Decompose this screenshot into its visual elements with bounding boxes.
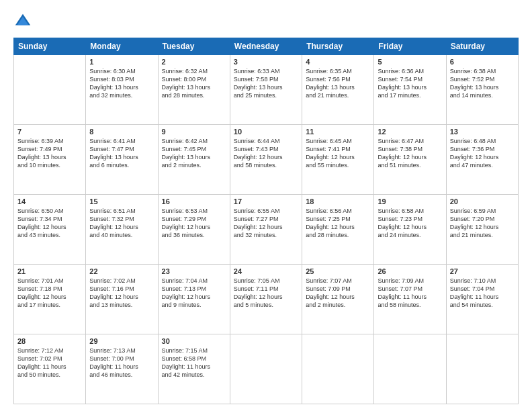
day-number: 21 [17, 267, 82, 275]
day-number: 18 [306, 197, 370, 205]
day-number: 14 [17, 197, 82, 205]
cell-info: Sunrise: 6:36 AM Sunset: 7:54 PM Dayligh… [378, 67, 442, 100]
cell-info: Sunrise: 7:02 AM Sunset: 7:16 PM Dayligh… [89, 277, 154, 310]
calendar-cell: 4Sunrise: 6:35 AM Sunset: 7:56 PM Daylig… [302, 55, 374, 125]
column-header-monday: Monday [86, 38, 158, 55]
cell-info: Sunrise: 6:58 AM Sunset: 7:23 PM Dayligh… [378, 207, 442, 240]
calendar-cell: 18Sunrise: 6:56 AM Sunset: 7:25 PM Dayli… [302, 195, 374, 265]
calendar-week-1: 1Sunrise: 6:30 AM Sunset: 8:03 PM Daylig… [14, 55, 519, 125]
cell-info: Sunrise: 6:59 AM Sunset: 7:20 PM Dayligh… [450, 207, 515, 240]
calendar-cell: 8Sunrise: 6:41 AM Sunset: 7:47 PM Daylig… [86, 125, 158, 195]
day-number: 17 [234, 197, 298, 205]
calendar-cell: 22Sunrise: 7:02 AM Sunset: 7:16 PM Dayli… [86, 265, 158, 334]
calendar-cell [374, 334, 446, 404]
calendar-header-row: SundayMondayTuesdayWednesdayThursdayFrid… [14, 38, 519, 55]
calendar-cell: 21Sunrise: 7:01 AM Sunset: 7:18 PM Dayli… [14, 265, 86, 334]
day-number: 5 [378, 58, 442, 66]
calendar-cell: 23Sunrise: 7:04 AM Sunset: 7:13 PM Dayli… [158, 265, 230, 334]
calendar-cell: 25Sunrise: 7:07 AM Sunset: 7:09 PM Dayli… [302, 265, 374, 334]
cell-info: Sunrise: 6:38 AM Sunset: 7:52 PM Dayligh… [450, 67, 515, 100]
cell-info: Sunrise: 7:13 AM Sunset: 7:00 PM Dayligh… [89, 347, 154, 379]
cell-info: Sunrise: 6:42 AM Sunset: 7:45 PM Dayligh… [162, 137, 226, 170]
column-header-friday: Friday [374, 38, 446, 55]
cell-info: Sunrise: 6:30 AM Sunset: 8:03 PM Dayligh… [89, 67, 154, 100]
logo-icon [13, 12, 32, 31]
day-number: 10 [234, 128, 298, 136]
calendar-cell: 26Sunrise: 7:09 AM Sunset: 7:07 PM Dayli… [374, 265, 446, 334]
calendar-week-5: 28Sunrise: 7:12 AM Sunset: 7:02 PM Dayli… [14, 334, 519, 404]
cell-info: Sunrise: 6:44 AM Sunset: 7:43 PM Dayligh… [234, 137, 298, 170]
calendar-cell: 10Sunrise: 6:44 AM Sunset: 7:43 PM Dayli… [230, 125, 302, 195]
cell-info: Sunrise: 6:56 AM Sunset: 7:25 PM Dayligh… [306, 207, 370, 240]
calendar-table: SundayMondayTuesdayWednesdayThursdayFrid… [13, 38, 519, 404]
calendar-cell: 19Sunrise: 6:58 AM Sunset: 7:23 PM Dayli… [374, 195, 446, 265]
calendar-cell: 20Sunrise: 6:59 AM Sunset: 7:20 PM Dayli… [446, 195, 518, 265]
day-number: 1 [89, 58, 154, 66]
calendar-cell: 15Sunrise: 6:51 AM Sunset: 7:32 PM Dayli… [86, 195, 158, 265]
cell-info: Sunrise: 7:05 AM Sunset: 7:11 PM Dayligh… [234, 277, 298, 310]
day-number: 19 [378, 197, 442, 205]
day-number: 20 [450, 197, 515, 205]
calendar-cell: 17Sunrise: 6:55 AM Sunset: 7:27 PM Dayli… [230, 195, 302, 265]
calendar-cell [14, 55, 86, 125]
calendar-cell: 7Sunrise: 6:39 AM Sunset: 7:49 PM Daylig… [14, 125, 86, 195]
cell-info: Sunrise: 6:32 AM Sunset: 8:00 PM Dayligh… [162, 67, 226, 100]
calendar-cell: 14Sunrise: 6:50 AM Sunset: 7:34 PM Dayli… [14, 195, 86, 265]
day-number: 12 [378, 128, 442, 136]
cell-info: Sunrise: 7:01 AM Sunset: 7:18 PM Dayligh… [17, 277, 82, 310]
cell-info: Sunrise: 6:50 AM Sunset: 7:34 PM Dayligh… [17, 207, 82, 240]
column-header-saturday: Saturday [446, 38, 518, 55]
calendar-cell: 16Sunrise: 6:53 AM Sunset: 7:29 PM Dayli… [158, 195, 230, 265]
cell-info: Sunrise: 6:48 AM Sunset: 7:36 PM Dayligh… [450, 137, 515, 170]
header [13, 12, 519, 31]
calendar-cell: 2Sunrise: 6:32 AM Sunset: 8:00 PM Daylig… [158, 55, 230, 125]
day-number: 22 [89, 267, 154, 275]
cell-info: Sunrise: 7:10 AM Sunset: 7:04 PM Dayligh… [450, 277, 515, 310]
day-number: 30 [162, 337, 226, 345]
calendar-cell: 3Sunrise: 6:33 AM Sunset: 7:58 PM Daylig… [230, 55, 302, 125]
calendar-cell [302, 334, 374, 404]
day-number: 8 [89, 128, 154, 136]
cell-info: Sunrise: 6:47 AM Sunset: 7:38 PM Dayligh… [378, 137, 442, 170]
day-number: 3 [234, 58, 298, 66]
cell-info: Sunrise: 7:04 AM Sunset: 7:13 PM Dayligh… [162, 277, 226, 310]
cell-info: Sunrise: 6:53 AM Sunset: 7:29 PM Dayligh… [162, 207, 226, 240]
cell-info: Sunrise: 6:39 AM Sunset: 7:49 PM Dayligh… [17, 137, 82, 170]
day-number: 4 [306, 58, 370, 66]
calendar-cell: 13Sunrise: 6:48 AM Sunset: 7:36 PM Dayli… [446, 125, 518, 195]
calendar-week-2: 7Sunrise: 6:39 AM Sunset: 7:49 PM Daylig… [14, 125, 519, 195]
calendar-cell: 24Sunrise: 7:05 AM Sunset: 7:11 PM Dayli… [230, 265, 302, 334]
day-number: 6 [450, 58, 515, 66]
cell-info: Sunrise: 6:51 AM Sunset: 7:32 PM Dayligh… [89, 207, 154, 240]
day-number: 7 [17, 128, 82, 136]
day-number: 11 [306, 128, 370, 136]
cell-info: Sunrise: 7:09 AM Sunset: 7:07 PM Dayligh… [378, 277, 442, 310]
day-number: 26 [378, 267, 442, 275]
day-number: 25 [306, 267, 370, 275]
calendar-cell: 30Sunrise: 7:15 AM Sunset: 6:58 PM Dayli… [158, 334, 230, 404]
calendar-week-4: 21Sunrise: 7:01 AM Sunset: 7:18 PM Dayli… [14, 265, 519, 334]
calendar-cell [446, 334, 518, 404]
day-number: 23 [162, 267, 226, 275]
calendar-cell: 5Sunrise: 6:36 AM Sunset: 7:54 PM Daylig… [374, 55, 446, 125]
column-header-thursday: Thursday [302, 38, 374, 55]
cell-info: Sunrise: 6:55 AM Sunset: 7:27 PM Dayligh… [234, 207, 298, 240]
cell-info: Sunrise: 7:15 AM Sunset: 6:58 PM Dayligh… [162, 347, 226, 379]
calendar-cell: 9Sunrise: 6:42 AM Sunset: 7:45 PM Daylig… [158, 125, 230, 195]
cell-info: Sunrise: 6:41 AM Sunset: 7:47 PM Dayligh… [89, 137, 154, 170]
column-header-tuesday: Tuesday [158, 38, 230, 55]
logo [13, 12, 34, 31]
day-number: 24 [234, 267, 298, 275]
cell-info: Sunrise: 7:12 AM Sunset: 7:02 PM Dayligh… [17, 347, 82, 379]
calendar-cell: 6Sunrise: 6:38 AM Sunset: 7:52 PM Daylig… [446, 55, 518, 125]
calendar-week-3: 14Sunrise: 6:50 AM Sunset: 7:34 PM Dayli… [14, 195, 519, 265]
column-header-sunday: Sunday [14, 38, 86, 55]
calendar-cell: 29Sunrise: 7:13 AM Sunset: 7:00 PM Dayli… [86, 334, 158, 404]
cell-info: Sunrise: 6:45 AM Sunset: 7:41 PM Dayligh… [306, 137, 370, 170]
calendar-cell: 27Sunrise: 7:10 AM Sunset: 7:04 PM Dayli… [446, 265, 518, 334]
cell-info: Sunrise: 6:35 AM Sunset: 7:56 PM Dayligh… [306, 67, 370, 100]
day-number: 15 [89, 197, 154, 205]
day-number: 29 [89, 337, 154, 345]
calendar-cell: 1Sunrise: 6:30 AM Sunset: 8:03 PM Daylig… [86, 55, 158, 125]
day-number: 13 [450, 128, 515, 136]
